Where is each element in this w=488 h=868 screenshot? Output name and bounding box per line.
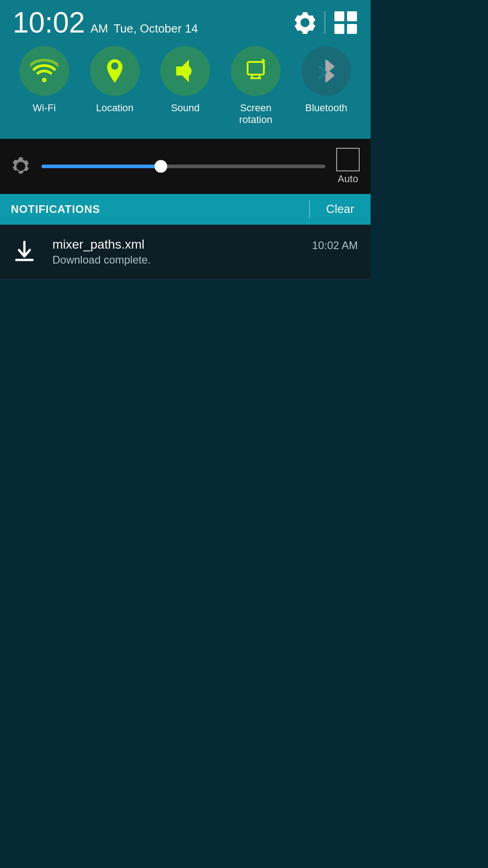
notification-subtitle: Download complete. [52, 254, 300, 266]
notification-time: 10:02 AM [312, 237, 358, 252]
notification-item[interactable]: mixer_paths.xml Download complete. 10:02… [0, 225, 371, 279]
settings-button[interactable] [294, 11, 316, 34]
screen-rotation-icon-circle [231, 46, 281, 96]
clock-time: 10:02 [13, 8, 85, 37]
location-tile[interactable]: Location [88, 46, 142, 126]
auto-label: Auto [338, 173, 358, 185]
clear-button[interactable]: Clear [310, 194, 371, 225]
date-label: Tue, October 14 [113, 22, 198, 36]
auto-brightness-checkbox[interactable] [336, 148, 360, 171]
grid-button[interactable] [333, 10, 358, 35]
svg-rect-2 [334, 24, 344, 34]
bluetooth-label: Bluetooth [305, 102, 347, 114]
svg-line-10 [319, 66, 326, 72]
slider-track [42, 165, 325, 168]
bluetooth-tile[interactable]: Bluetooth [299, 46, 353, 126]
slider-thumb[interactable] [155, 160, 167, 173]
download-icon [13, 240, 40, 264]
status-bar-divider [324, 11, 325, 34]
sound-icon-circle [160, 46, 210, 96]
svg-rect-1 [347, 11, 357, 21]
screen-rotation-tile[interactable]: Screen rotation [229, 46, 283, 126]
wifi-label: Wi-Fi [33, 102, 56, 114]
brightness-settings-icon[interactable] [11, 156, 31, 176]
status-bar-actions [294, 10, 358, 35]
svg-rect-4 [248, 62, 264, 75]
status-bar: 10:02 AM Tue, October 14 [0, 0, 371, 42]
brightness-slider[interactable] [42, 165, 325, 168]
svg-line-11 [319, 72, 326, 78]
slider-fill [42, 165, 161, 168]
location-icon-circle [90, 46, 140, 96]
auto-brightness-section[interactable]: Auto [336, 148, 360, 185]
quick-settings-grid: Wi-Fi Location Sound [0, 42, 371, 139]
notifications-section-label: NOTIFICATIONS [0, 203, 309, 216]
notification-content: mixer_paths.xml Download complete. [52, 237, 300, 266]
notification-title: mixer_paths.xml [52, 237, 300, 252]
sound-tile[interactable]: Sound [158, 46, 212, 126]
clock-ampm: AM [90, 22, 108, 36]
wifi-tile[interactable]: Wi-Fi [17, 46, 71, 126]
bluetooth-icon-circle [301, 46, 351, 96]
svg-rect-3 [347, 24, 357, 34]
brightness-row: Auto [0, 139, 371, 194]
wifi-icon-circle [19, 46, 69, 96]
location-label: Location [96, 102, 133, 114]
svg-marker-9 [326, 61, 333, 81]
notifications-bar: NOTIFICATIONS Clear [0, 194, 371, 225]
screen-rotation-label: Screen rotation [239, 102, 272, 126]
quick-settings-panel: 10:02 AM Tue, October 14 [0, 0, 371, 139]
svg-rect-0 [334, 11, 344, 21]
time-date-group: 10:02 AM Tue, October 14 [13, 8, 198, 37]
sound-label: Sound [171, 102, 200, 114]
